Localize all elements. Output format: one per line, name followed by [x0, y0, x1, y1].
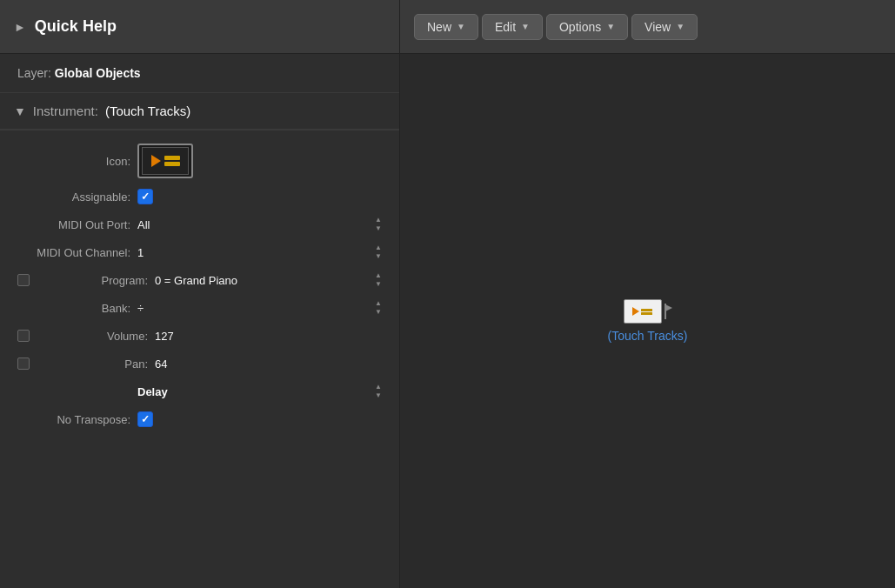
midi-channel-spinner-up[interactable]: ▲	[375, 244, 382, 252]
midi-channel-spinner-down[interactable]: ▼	[375, 252, 382, 261]
icon-play-triangle	[151, 155, 161, 167]
bank-spinner[interactable]: ▲ ▼	[375, 299, 382, 316]
volume-value: 127	[155, 330, 382, 343]
program-value: 0 = Grand Piano	[155, 274, 368, 287]
bank-spinner-down[interactable]: ▼	[375, 308, 382, 317]
instrument-properties: Icon: Assignable: MIDI	[0, 130, 399, 442]
midi-port-value: All	[137, 218, 368, 231]
midi-channel-value: 1	[137, 246, 368, 259]
assignable-label: Assignable:	[17, 190, 130, 204]
volume-prop-row: Volume: 127	[0, 322, 399, 350]
bank-value: ÷	[137, 302, 368, 315]
layer-label: Layer:	[17, 66, 51, 80]
canvas-icon-box	[624, 299, 662, 324]
options-menu-button[interactable]: Options ▼	[546, 14, 628, 40]
midi-port-spinner-down[interactable]: ▼	[375, 224, 382, 233]
volume-enable-checkbox[interactable]	[17, 330, 30, 342]
icon-rect-top	[164, 156, 180, 160]
edit-menu-button[interactable]: Edit ▼	[482, 14, 543, 40]
delay-spinner-up[interactable]: ▲	[375, 383, 382, 391]
view-menu-button[interactable]: View ▼	[631, 14, 698, 40]
canvas-icon-rect-bottom	[641, 312, 652, 315]
delay-spinner[interactable]: ▲ ▼	[375, 383, 382, 399]
bank-spinner-up[interactable]: ▲	[375, 299, 382, 308]
instrument-collapse-icon[interactable]: ▼	[14, 104, 26, 118]
quick-help-header: ► Quick Help	[0, 0, 400, 53]
assignable-checkbox[interactable]	[137, 189, 153, 204]
options-chevron-icon: ▼	[606, 22, 615, 31]
icon-rect-group	[164, 156, 180, 166]
delay-prop-row: Delay ▲ ▼	[0, 378, 399, 405]
icon-label: Icon:	[17, 155, 130, 168]
midi-channel-label: MIDI Out Channel:	[17, 246, 130, 259]
midi-port-prop-row: MIDI Out Port: All ▲ ▼	[0, 210, 399, 238]
canvas-icon-rects	[641, 309, 652, 315]
midi-port-spinner-up[interactable]: ▲	[375, 216, 382, 224]
volume-label: Volume:	[35, 330, 148, 343]
pan-enable-checkbox[interactable]	[17, 357, 30, 370]
assignable-prop-row: Assignable:	[0, 183, 399, 210]
no-transpose-prop-row: No Transpose:	[0, 405, 399, 433]
canvas-icon-play	[632, 307, 639, 316]
svg-marker-1	[665, 304, 672, 311]
quick-help-title: Quick Help	[35, 17, 117, 36]
bank-label: Bank:	[17, 302, 130, 315]
midi-channel-prop-row: MIDI Out Channel: 1 ▲ ▼	[0, 238, 399, 266]
properties-panel: Layer: Global Objects ▼ Instrument: (Tou…	[0, 54, 400, 588]
menu-bar: New ▼ Edit ▼ Options ▼ View ▼	[400, 0, 895, 53]
canvas-area: (Touch Tracks)	[400, 54, 895, 588]
instrument-label: Instrument:	[33, 104, 98, 118]
pan-label: Pan:	[35, 357, 148, 371]
delay-label: Delay	[137, 385, 368, 398]
program-spinner-down[interactable]: ▼	[375, 280, 382, 289]
no-transpose-checkbox[interactable]	[137, 411, 153, 427]
program-prop-row: Program: 0 = Grand Piano ▲ ▼	[0, 266, 399, 294]
canvas-icon-row	[624, 299, 672, 324]
delay-spinner-down[interactable]: ▼	[375, 391, 382, 400]
program-enable-checkbox[interactable]	[17, 274, 30, 286]
quick-help-chevron-icon[interactable]: ►	[14, 20, 26, 34]
edit-chevron-icon: ▼	[521, 22, 530, 31]
pan-prop-row: Pan: 64	[0, 350, 399, 378]
layer-value: Global Objects	[55, 66, 141, 80]
new-menu-button[interactable]: New ▼	[414, 14, 478, 40]
instrument-value: (Touch Tracks)	[105, 104, 190, 118]
view-chevron-icon: ▼	[676, 22, 685, 31]
program-spinner[interactable]: ▲ ▼	[375, 271, 382, 288]
no-transpose-label: No Transpose:	[17, 413, 130, 426]
icon-prop-row: Icon:	[0, 139, 399, 183]
instrument-row: ▼ Instrument: (Touch Tracks)	[0, 93, 399, 130]
pan-value: 64	[155, 357, 382, 371]
canvas-widget-label: (Touch Tracks)	[608, 329, 688, 343]
program-spinner-up[interactable]: ▲	[375, 271, 382, 280]
midi-channel-spinner[interactable]: ▲ ▼	[375, 244, 382, 260]
layer-row: Layer: Global Objects	[0, 54, 399, 93]
icon-rect-bottom	[164, 162, 180, 166]
midi-port-spinner[interactable]: ▲ ▼	[375, 216, 382, 232]
icon-picker[interactable]	[137, 144, 193, 178]
canvas-flag-icon	[664, 304, 672, 319]
bank-prop-row: Bank: ÷ ▲ ▼	[0, 294, 399, 322]
icon-preview	[142, 147, 189, 175]
midi-port-label: MIDI Out Port:	[17, 218, 130, 231]
program-label: Program:	[35, 274, 148, 287]
new-chevron-icon: ▼	[457, 22, 465, 31]
canvas-icon-rect-top	[641, 309, 652, 311]
touch-tracks-widget[interactable]: (Touch Tracks)	[608, 299, 688, 343]
